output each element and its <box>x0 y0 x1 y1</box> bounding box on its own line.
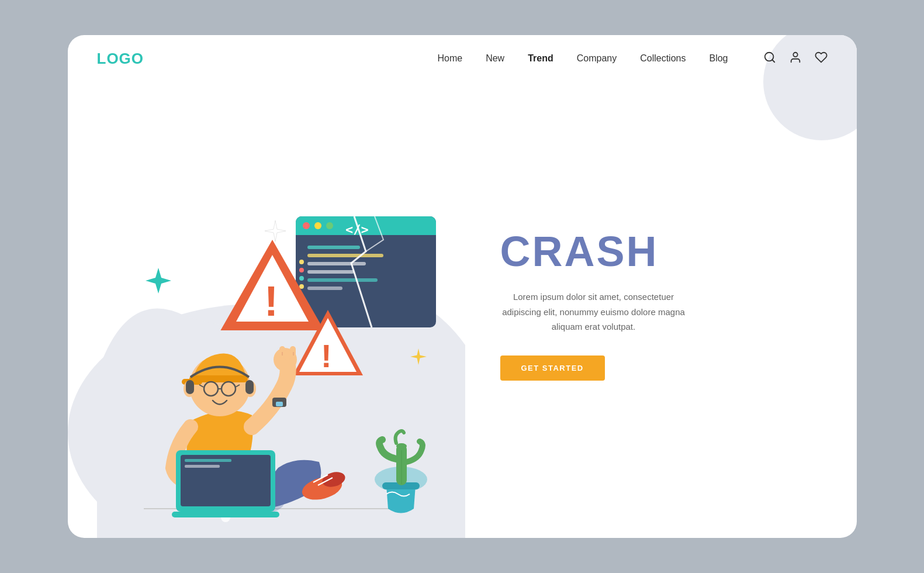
svg-point-18 <box>299 276 304 281</box>
nav-trend[interactable]: Trend <box>528 53 553 63</box>
svg-rect-60 <box>185 459 231 462</box>
svg-rect-57 <box>276 402 283 406</box>
main-card: LOGO Home New Trend Company Collections … <box>68 35 857 538</box>
svg-rect-63 <box>172 512 279 517</box>
svg-text:!: ! <box>264 278 278 325</box>
nav-new[interactable]: New <box>486 53 504 63</box>
heart-icon[interactable] <box>815 51 828 67</box>
svg-rect-10 <box>307 246 360 249</box>
logo[interactable]: LOGO <box>97 50 144 68</box>
nav-home[interactable]: Home <box>437 53 462 63</box>
get-started-button[interactable]: GET STARTED <box>500 355 605 381</box>
svg-point-2 <box>793 52 797 56</box>
nav-icons <box>763 51 828 67</box>
crash-description: Lorem ipsum dolor sit amet, consectetuer… <box>500 289 687 334</box>
main-content: </> ! ! <box>68 82 857 538</box>
svg-rect-61 <box>185 465 220 468</box>
svg-line-1 <box>772 60 774 62</box>
navbar: LOGO Home New Trend Company Collections … <box>68 35 857 82</box>
svg-rect-67 <box>396 443 407 449</box>
search-icon[interactable] <box>763 51 776 67</box>
svg-rect-13 <box>307 270 354 274</box>
svg-rect-47 <box>245 380 254 394</box>
svg-rect-11 <box>307 254 383 257</box>
svg-rect-51 <box>285 350 290 360</box>
svg-rect-12 <box>307 262 366 265</box>
crash-title: CRASH <box>500 227 659 275</box>
nav-links: Home New Trend Company Collections Blog <box>437 53 728 64</box>
svg-point-16 <box>299 260 304 264</box>
svg-text:</>: </> <box>345 222 369 237</box>
nav-collections[interactable]: Collections <box>640 53 686 63</box>
svg-rect-14 <box>307 278 378 282</box>
svg-point-7 <box>303 222 310 229</box>
svg-point-8 <box>314 222 321 229</box>
svg-point-17 <box>299 268 304 272</box>
svg-rect-46 <box>186 380 194 394</box>
svg-text:!: ! <box>321 337 332 374</box>
illustration-area: </> ! ! <box>68 82 477 538</box>
svg-rect-15 <box>307 286 342 290</box>
nav-company[interactable]: Company <box>577 53 617 63</box>
nav-blog[interactable]: Blog <box>709 53 728 63</box>
svg-point-9 <box>326 222 333 229</box>
user-icon[interactable] <box>789 51 802 67</box>
right-content: CRASH Lorem ipsum dolor sit amet, consec… <box>477 82 857 538</box>
svg-rect-59 <box>181 455 271 506</box>
